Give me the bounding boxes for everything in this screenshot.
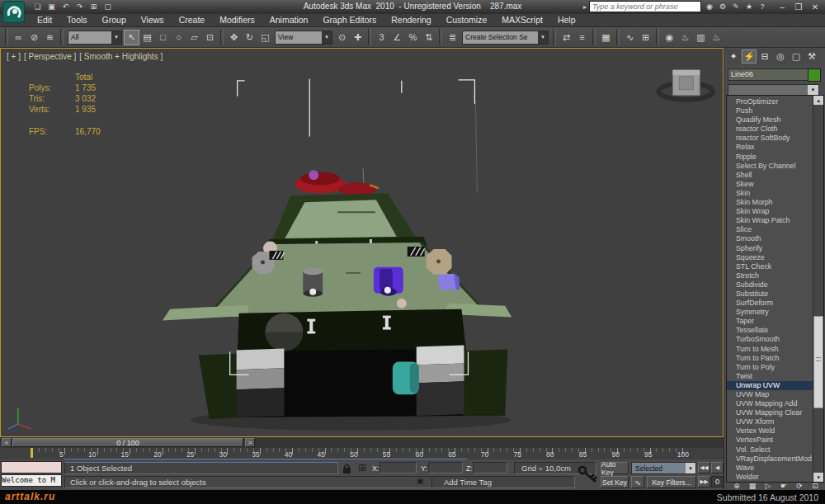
modifier-list-item[interactable]: reactor SoftBody	[727, 134, 813, 143]
search-expand-icon[interactable]: ▸	[583, 3, 587, 11]
favorites-star-icon[interactable]: ★	[743, 2, 755, 12]
modifier-list-item[interactable]: Relax	[727, 143, 813, 152]
circular-selection-region-icon[interactable]: ○	[171, 30, 186, 45]
modifier-list-item[interactable]: Skin Morph	[727, 198, 813, 207]
add-time-tag-button[interactable]: Add Time Tag	[431, 476, 575, 488]
render-production-icon[interactable]: ♨	[709, 30, 724, 45]
menu-item[interactable]: Group	[95, 14, 134, 26]
rendered-frame-window-icon[interactable]: ▥	[693, 30, 709, 45]
y-coordinate-field[interactable]	[428, 462, 463, 473]
modifier-list-item[interactable]: Slice	[727, 225, 813, 234]
modifier-list-item[interactable]: Taper	[727, 317, 813, 326]
modifier-list-item[interactable]: VertexPaint	[727, 436, 813, 445]
modifier-list-item[interactable]: Substitute	[727, 290, 813, 299]
align-icon[interactable]: ≡	[574, 30, 590, 45]
modifier-list-item[interactable]: STL Check	[727, 262, 813, 271]
search-icon[interactable]: ◉	[704, 2, 715, 12]
bind-to-space-warp-icon[interactable]: ≋	[42, 30, 58, 45]
scrollbar-thumb[interactable]	[813, 316, 823, 408]
new-scene-icon[interactable]: ▢	[101, 1, 114, 12]
modifier-list-item[interactable]: Vertex Weld	[727, 426, 813, 436]
modifier-list-item[interactable]: UVW Map	[727, 390, 813, 399]
select-and-move-icon[interactable]: ✥	[226, 30, 242, 45]
modifier-list-item[interactable]: SurfDeform	[727, 299, 813, 308]
angle-snap-icon[interactable]: ∠	[389, 30, 405, 45]
tab-create[interactable]: ✦	[726, 49, 741, 64]
close-button[interactable]: ✕	[810, 2, 820, 12]
modifier-list-item[interactable]: Spherify	[727, 244, 813, 253]
modifier-list-item[interactable]: reactor Cloth	[727, 125, 813, 134]
viewcube[interactable]	[658, 70, 713, 100]
modifier-list-item[interactable]: Symmetry	[727, 308, 813, 317]
render-setup-icon[interactable]: ♨	[677, 30, 693, 45]
selection-filter-dropdown[interactable]: All ▼	[68, 31, 122, 45]
modifier-list-item[interactable]: Push	[727, 106, 813, 115]
z-coordinate-field[interactable]	[473, 462, 507, 473]
viewport-canvas[interactable]	[1, 49, 723, 436]
modifier-list-item[interactable]: Stretch	[727, 271, 813, 280]
next-frame-button[interactable]: >	[245, 438, 255, 447]
absolute-mode-transform-icon[interactable]: ⊞	[358, 462, 366, 473]
tab-display[interactable]: ▢	[789, 49, 804, 64]
search-input[interactable]	[589, 1, 701, 12]
modifier-list-item[interactable]: Squeeze	[727, 253, 813, 262]
tab-hierarchy[interactable]: ⊟	[757, 49, 772, 64]
undo-icon[interactable]: ↶	[59, 1, 72, 12]
tab-modify[interactable]: ⚡	[742, 49, 757, 64]
viewport-shading-menu[interactable]: [ Smooth + Highlights ]	[79, 52, 163, 61]
object-color-swatch[interactable]	[808, 68, 821, 82]
snaps-toggle-icon[interactable]: 3	[374, 30, 389, 45]
use-pivot-point-center-icon[interactable]: ⊙	[334, 30, 350, 45]
time-slider-track[interactable]: < 0 / 100 >	[0, 437, 724, 449]
select-and-rotate-icon[interactable]: ↻	[242, 30, 257, 45]
pen-icon[interactable]: ✎	[730, 2, 742, 12]
current-frame-field[interactable]: 0	[711, 476, 724, 488]
open-file-icon[interactable]: ❏	[31, 1, 44, 12]
fence-selection-region-icon[interactable]: ▱	[186, 30, 202, 45]
set-key-button[interactable]: Set Key	[601, 476, 629, 488]
modifier-list-item[interactable]: ProOptimizer	[727, 97, 813, 106]
fetch-icon[interactable]: ⊞	[87, 1, 100, 12]
modifier-list-item[interactable]: Skin Wrap	[727, 207, 813, 216]
menu-item[interactable]: Rendering	[384, 14, 438, 26]
wrench-icon[interactable]: ⚙	[717, 2, 728, 12]
modifier-list-item[interactable]: Vol. Select	[727, 445, 813, 455]
reference-coordinate-dropdown[interactable]: View ▼	[275, 31, 332, 45]
menu-item[interactable]: MAXScript	[494, 14, 550, 26]
select-and-scale-icon[interactable]: ◱	[257, 30, 273, 45]
tab-motion[interactable]: ◎	[773, 49, 788, 64]
previous-frame-playback-button[interactable]: ◀	[711, 462, 724, 473]
modifier-list-item[interactable]: UVW Xform	[727, 417, 813, 426]
modifier-list-item[interactable]: Tessellate	[727, 326, 813, 335]
modifier-list-item[interactable]: Turn to Patch	[727, 354, 813, 363]
tank-model[interactable]	[163, 170, 512, 419]
select-and-manipulate-icon[interactable]: ✚	[350, 30, 365, 45]
object-name-field[interactable]: Line06	[728, 68, 809, 81]
menu-item[interactable]: Views	[134, 14, 172, 26]
select-object-icon[interactable]: ↖	[124, 30, 139, 45]
modifier-list-item[interactable]: Quadify Mesh	[727, 115, 813, 125]
modifier-list-item[interactable]: Skew	[727, 180, 813, 189]
percent-snap-icon[interactable]: %	[405, 30, 421, 45]
default-in-out-tangent-button[interactable]: ∿	[631, 476, 644, 488]
current-frame-marker[interactable]	[31, 448, 33, 458]
menu-item[interactable]: Modifiers	[212, 14, 262, 26]
previous-frame-button[interactable]: <	[2, 438, 12, 447]
modifier-list-item[interactable]: Turn to Mesh	[727, 345, 813, 354]
menu-item[interactable]: Create	[172, 14, 213, 26]
modifier-list-item[interactable]: Skin Wrap Patch	[727, 216, 813, 225]
menu-item[interactable]: Help	[550, 14, 583, 26]
menu-item[interactable]: Tools	[59, 14, 95, 26]
maxscript-listener-pane[interactable]: Welcome to M	[1, 474, 62, 487]
selection-lock-icon[interactable]	[342, 463, 351, 478]
scroll-down-icon[interactable]: ▼	[813, 473, 823, 482]
go-to-start-button[interactable]: ◀◀	[698, 462, 710, 473]
scroll-up-icon[interactable]: ▲	[813, 96, 823, 105]
unlink-selection-icon[interactable]: ⊘	[26, 30, 42, 45]
time-slider-handle[interactable]: 0 / 100	[12, 438, 243, 447]
help-icon[interactable]: ?	[757, 2, 768, 12]
modifier-list-item[interactable]: Skin	[727, 189, 813, 198]
modifier-list-dropdown[interactable]: ▼	[728, 84, 819, 96]
key-filter-scope-dropdown[interactable]: Selected ▼	[631, 462, 696, 474]
app-menu-button[interactable]	[2, 1, 26, 24]
